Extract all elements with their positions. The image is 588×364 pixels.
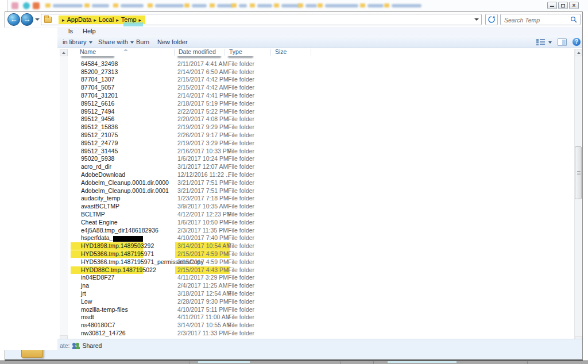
toolbar-new-folder[interactable]: New folder [157, 37, 188, 47]
maximize-button[interactable] [558, 2, 568, 9]
scroll-up-button[interactable] [575, 49, 582, 56]
file-type: File folder [228, 60, 254, 68]
address-bar[interactable]: ▸AppData▸Local▸Temp▸ [41, 14, 482, 25]
table-row[interactable]: jrt 3/18/2017 12:54 AM File folder [5, 290, 575, 298]
table-row[interactable]: Low 2/28/2017 9:30 PM File folder [5, 298, 575, 306]
table-row[interactable]: mozilla-temp-files 4/10/2017 5:11 PM Fil… [5, 306, 575, 314]
column-header-date-modified[interactable]: Date modified [179, 48, 216, 56]
file-name: audacity_temp [81, 195, 120, 203]
date-modified: 2/11/2017 4:41 AM [177, 60, 227, 68]
date-modified: 2/3/2017 11:33 PM [177, 330, 228, 338]
breadcrumb-arrow-icon[interactable]: ▸ [116, 15, 119, 25]
scroll-up-button[interactable] [60, 49, 68, 56]
teal-extension-icon[interactable] [23, 2, 30, 9]
column-header-type[interactable]: Type [229, 48, 242, 56]
table-row[interactable]: Adobelm_Cleanup.0001.dir.0000 3/21/2017 … [5, 179, 575, 187]
table-row[interactable]: HYD5366.tmp.1487195971_permissionsCopy 2… [5, 258, 575, 266]
file-list-zone: Name Date modified Type Size 64584_32498… [5, 48, 582, 340]
table-row[interactable]: nw30812_14726 2/3/2017 11:33 PM File fol… [5, 330, 575, 338]
file-name: ns480180C7 [81, 322, 115, 330]
table-row[interactable]: 89512_21075 2/26/2017 9:17 PM File folde… [5, 131, 575, 140]
scrollbar-thumb[interactable] [575, 146, 582, 199]
forward-button[interactable]: → [21, 13, 33, 26]
table-row[interactable]: HYD1898.tmp.1489503292 3/14/2017 10:54 A… [5, 242, 575, 250]
nav-pane-scrollbar[interactable] [60, 49, 68, 343]
folder-icon [360, 3, 365, 7]
status-label: ate: [60, 342, 70, 349]
address-dropdown-icon[interactable] [474, 18, 479, 21]
table-row[interactable]: AdobeDownload 12/12/2016 11:22 ... File … [5, 171, 575, 179]
table-row[interactable]: 89512_24779 2/19/2017 3:29 PM File folde… [5, 140, 575, 148]
date-modified: 2/28/2017 9:30 PM [177, 298, 229, 306]
search-icon[interactable] [570, 16, 577, 23]
table-row[interactable]: 89512_7494 2/22/2017 5:22 PM File folder [5, 108, 575, 116]
taskbar-strip [0, 361, 588, 364]
file-name: 89512_24779 [81, 140, 118, 148]
refresh-button[interactable] [485, 14, 498, 25]
table-row[interactable]: e4j5A88.tmp_dir1486182936 2/3/2017 11:35… [5, 227, 575, 235]
date-modified: 3/18/2017 12:54 AM [177, 290, 231, 298]
table-row[interactable]: HYD5366.tmp.1487195971 2/15/2017 4:59 PM… [5, 250, 575, 258]
menu-item-help[interactable]: Help [83, 28, 96, 35]
toolbar-burn[interactable]: Burn [136, 37, 149, 47]
views-dropdown-icon[interactable] [548, 41, 552, 44]
search-box[interactable] [500, 14, 581, 25]
table-row[interactable]: audacity_temp 1/23/2017 7:18 PM File fol… [5, 195, 575, 203]
table-row[interactable]: msdt 4/11/2017 11:00 AM File folder [5, 313, 575, 322]
table-row[interactable]: 95020_5938 1/6/2017 10:24 PM File folder [5, 155, 575, 163]
column-header-size[interactable]: Size [275, 48, 287, 56]
file-name: in04ED8F27 [81, 274, 114, 282]
table-row[interactable]: hsperfdata_ 4/10/2017 7:40 PM File folde… [5, 234, 575, 242]
date-modified: 2/14/2017 6:50 AM [177, 68, 228, 76]
preview-pane-icon[interactable] [558, 38, 567, 46]
toolbar-share-with[interactable]: Share with [98, 37, 134, 47]
table-row[interactable]: acro_rd_dir 3/1/2017 12:07 AM File folde… [5, 163, 575, 171]
table-row[interactable]: Cheat Engine 1/6/2017 10:50 PM File fold… [5, 219, 575, 227]
redacted-label [239, 4, 247, 7]
date-modified: 1/23/2017 7:18 PM [177, 195, 229, 203]
table-row[interactable]: 85200_27313 2/14/2017 6:50 AM File folde… [5, 68, 575, 76]
explorer-window: ← → ▸AppData▸Local▸Temp▸ [5, 11, 583, 361]
table-row[interactable]: BCLTMP 4/12/2017 12:23 PM File folder [5, 211, 575, 219]
table-row[interactable]: HYDD88C.tmp.1487195022 2/15/2017 4:43 PM… [5, 266, 575, 274]
breadcrumb-item[interactable]: AppData [67, 16, 92, 23]
table-row[interactable]: 89512_31445 2/16/2017 10:33 PM File fold… [5, 148, 575, 156]
file-name: 87704_31201 [81, 92, 118, 100]
help-icon[interactable]: ? [572, 38, 581, 46]
file-type: File folder [228, 187, 254, 195]
table-row[interactable] [5, 56, 575, 60]
table-row[interactable]: 87704_31201 2/14/2017 4:41 PM File folde… [5, 92, 575, 100]
search-input[interactable] [504, 16, 567, 24]
table-row[interactable]: avastBCLTMP 3/9/2017 10:35 AM File folde… [5, 203, 575, 211]
table-row[interactable]: Adobelm_Cleanup.0001.dir.0001 3/21/2017 … [5, 187, 575, 195]
table-row[interactable]: 89512_6616 2/18/2017 5:19 PM File folder [5, 100, 575, 108]
file-type: File folder [228, 84, 254, 92]
folder-icon [113, 3, 118, 7]
back-button[interactable]: ← [7, 13, 20, 26]
table-row[interactable]: 89512_15836 2/19/2017 9:29 PM File folde… [5, 123, 575, 131]
file-type: File folder [228, 92, 254, 100]
table-row[interactable]: 87704_5057 2/15/2017 4:42 AM File folder [5, 84, 575, 92]
column-header-name[interactable]: Name [80, 48, 96, 56]
table-row[interactable]: 87704_1307 2/15/2017 4:42 PM File folder [5, 76, 575, 84]
list-scrollbar[interactable] [574, 49, 582, 344]
breadcrumb-item[interactable]: Local [99, 16, 114, 23]
table-row[interactable]: 89512_9456 2/20/2017 4:08 PM File folder [5, 115, 575, 123]
file-name: jrt [81, 290, 86, 298]
table-row[interactable]: in04ED8F27 4/11/2017 3:29 PM File folder [5, 274, 575, 282]
minimize-button[interactable] [547, 2, 557, 9]
menu-item-tools[interactable]: ls [68, 28, 73, 35]
close-button[interactable]: × [569, 2, 579, 9]
table-row[interactable]: ns480180C7 3/14/2017 10:55 AM File folde… [5, 322, 575, 330]
date-modified: 4/11/2017 3:29 PM [177, 274, 228, 282]
pink-extension-icon[interactable] [11, 2, 18, 9]
table-row[interactable]: 64584_32498 2/11/2017 4:41 AM File folde… [5, 60, 575, 68]
orange-extension-icon[interactable] [33, 2, 40, 9]
table-row[interactable]: jna 2/4/2017 11:25 AM File folder [5, 282, 575, 290]
shared-icon [72, 343, 80, 349]
history-dropdown-icon[interactable] [35, 18, 40, 21]
views-icon[interactable] [536, 39, 545, 45]
breadcrumb-arrow-icon[interactable]: ▸ [94, 15, 96, 25]
toolbar-include-in-library[interactable]: in library [63, 37, 92, 47]
redacted-label [368, 4, 384, 7]
